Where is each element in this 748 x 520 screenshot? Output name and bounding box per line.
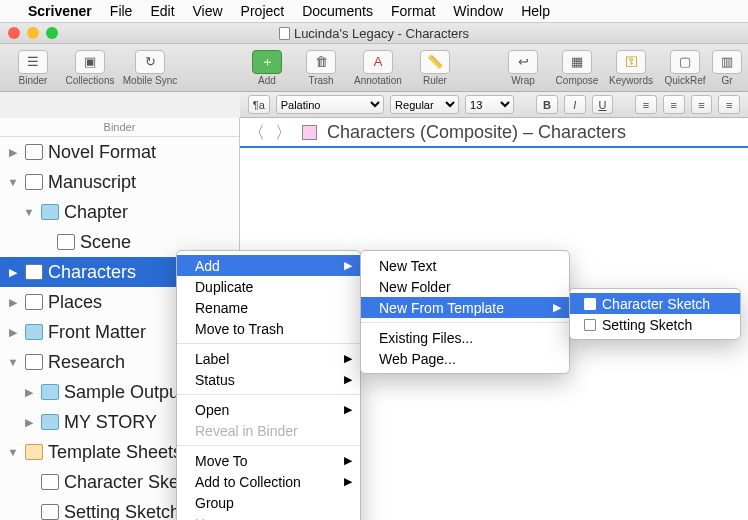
binder-item-icon: [25, 264, 43, 280]
align-right-button[interactable]: ≡: [691, 95, 713, 114]
toolbar-quickref-button[interactable]: ▢QuickRef: [658, 46, 712, 90]
binder-item-label: Characters: [48, 262, 136, 283]
binder-item-icon: [41, 204, 59, 220]
ctx-existing-files[interactable]: Existing Files...: [361, 327, 569, 348]
binder-item-icon: [41, 384, 59, 400]
binder-item-icon: [41, 504, 59, 520]
ctx-move-to-trash[interactable]: Move to Trash: [177, 318, 360, 339]
toolbar-compose-button[interactable]: ▦Compose: [550, 46, 604, 90]
editor-path: Characters (Composite) – Characters: [327, 122, 626, 143]
disclosure-icon[interactable]: ▶: [6, 326, 20, 339]
ctx-web-page[interactable]: Web Page...: [361, 348, 569, 369]
nav-forward-button[interactable]: 〉: [275, 121, 292, 144]
binder-item[interactable]: ▼Chapter: [0, 197, 239, 227]
ctx-group[interactable]: Group: [177, 492, 360, 513]
menu-project[interactable]: Project: [241, 3, 285, 19]
binder-item-label: Research: [48, 352, 125, 373]
toolbar-ruler-button[interactable]: 📏Ruler: [408, 46, 462, 90]
window-titlebar: Lucinda's Legacy - Characters: [0, 22, 748, 44]
binder-item[interactable]: ▼Manuscript: [0, 167, 239, 197]
ctx-label[interactable]: Label▶: [177, 348, 360, 369]
toolbar-add-button[interactable]: ＋Add: [240, 46, 294, 90]
add-submenu[interactable]: New Text New Folder New From Template▶ E…: [360, 250, 570, 374]
binder-item-icon: [25, 174, 43, 190]
ctx-status[interactable]: Status▶: [177, 369, 360, 390]
menu-separator: [177, 343, 360, 344]
disclosure-icon[interactable]: ▶: [6, 146, 20, 159]
system-menubar[interactable]: Scrivener File Edit View Project Documen…: [0, 0, 748, 22]
bold-button[interactable]: B: [536, 95, 558, 114]
toolbar-mobile-sync-button[interactable]: ↻Mobile Sync: [120, 46, 180, 90]
binder-item-label: Template Sheets: [48, 442, 182, 463]
toolbar-binder-button[interactable]: ☰Binder: [6, 46, 60, 90]
disclosure-icon[interactable]: ▼: [6, 446, 20, 458]
menu-window[interactable]: Window: [453, 3, 503, 19]
app-menu[interactable]: Scrivener: [28, 3, 92, 19]
ctx-new-text[interactable]: New Text: [361, 255, 569, 276]
ctx-add[interactable]: Add▶: [177, 255, 360, 276]
window-zoom-button[interactable]: [46, 27, 58, 39]
toolbar-groups-button[interactable]: ▥Gr: [712, 46, 742, 90]
toolbar-annotation-button[interactable]: AAnnotation: [348, 46, 408, 90]
binder-item-label: Chapter: [64, 202, 128, 223]
ctx-add-collection[interactable]: Add to Collection▶: [177, 471, 360, 492]
align-justify-button[interactable]: ≡: [718, 95, 740, 114]
ctx-new-folder[interactable]: New Folder: [361, 276, 569, 297]
menu-format[interactable]: Format: [391, 3, 435, 19]
binder-item-icon: [25, 144, 43, 160]
menu-view[interactable]: View: [193, 3, 223, 19]
align-center-button[interactable]: ≡: [663, 95, 685, 114]
binder-item-label: Setting Sketch: [64, 502, 180, 521]
main-toolbar: ☰Binder ▣Collections ↻Mobile Sync ＋Add 🗑…: [0, 44, 748, 92]
paragraph-style-button[interactable]: ¶a: [248, 95, 270, 114]
binder-item-icon: [57, 234, 75, 250]
ctx-duplicate[interactable]: Duplicate: [177, 276, 360, 297]
binder-item[interactable]: ▶Novel Format: [0, 137, 239, 167]
align-left-button[interactable]: ≡: [635, 95, 657, 114]
underline-button[interactable]: U: [592, 95, 614, 114]
menu-file[interactable]: File: [110, 3, 133, 19]
toolbar-wrap-button[interactable]: ↩Wrap: [496, 46, 550, 90]
toolbar-keywords-button[interactable]: ⚿Keywords: [604, 46, 658, 90]
disclosure-icon[interactable]: ▼: [6, 176, 20, 188]
ctx-move-to[interactable]: Move To▶: [177, 450, 360, 471]
binder-context-menu[interactable]: Add▶ Duplicate Rename Move to Trash Labe…: [176, 250, 361, 520]
menu-separator: [177, 445, 360, 446]
format-bar: ¶a Palatino Regular 13 B I U ≡ ≡ ≡ ≡: [240, 92, 748, 118]
binder-item-label: Places: [48, 292, 102, 313]
binder-item-icon: [41, 414, 59, 430]
window-minimize-button[interactable]: [27, 27, 39, 39]
ctx-ungroup: Ungroup: [177, 513, 360, 520]
disclosure-icon[interactable]: ▼: [22, 206, 36, 218]
nav-back-button[interactable]: 〈: [248, 121, 265, 144]
font-family-select[interactable]: Palatino: [276, 95, 384, 114]
disclosure-icon[interactable]: ▶: [22, 386, 36, 399]
editor-nav-bar: 〈 〉 Characters (Composite) – Characters: [240, 118, 748, 148]
binder-item-label: Scene: [80, 232, 131, 253]
menu-edit[interactable]: Edit: [150, 3, 174, 19]
italic-button[interactable]: I: [564, 95, 586, 114]
font-size-select[interactable]: 13: [465, 95, 514, 114]
font-style-select[interactable]: Regular: [390, 95, 459, 114]
ctx-rename[interactable]: Rename: [177, 297, 360, 318]
window-close-button[interactable]: [8, 27, 20, 39]
toolbar-trash-button[interactable]: 🗑Trash: [294, 46, 348, 90]
disclosure-icon[interactable]: ▶: [22, 416, 36, 429]
ctx-setting-sketch[interactable]: Setting Sketch: [570, 314, 740, 335]
traffic-lights: [8, 27, 58, 39]
menu-separator: [361, 322, 569, 323]
ctx-new-from-template[interactable]: New From Template▶: [361, 297, 569, 318]
binder-item-icon: [25, 324, 43, 340]
menu-help[interactable]: Help: [521, 3, 550, 19]
disclosure-icon[interactable]: ▶: [6, 266, 20, 279]
binder-item-icon: [25, 444, 43, 460]
template-submenu[interactable]: Character Sketch Setting Sketch: [569, 288, 741, 340]
binder-header: Binder: [0, 118, 239, 137]
ctx-open[interactable]: Open▶: [177, 399, 360, 420]
editor-doc-icon: [302, 125, 317, 140]
ctx-character-sketch[interactable]: Character Sketch: [570, 293, 740, 314]
disclosure-icon[interactable]: ▼: [6, 356, 20, 368]
menu-documents[interactable]: Documents: [302, 3, 373, 19]
toolbar-collections-button[interactable]: ▣Collections: [60, 46, 120, 90]
disclosure-icon[interactable]: ▶: [6, 296, 20, 309]
